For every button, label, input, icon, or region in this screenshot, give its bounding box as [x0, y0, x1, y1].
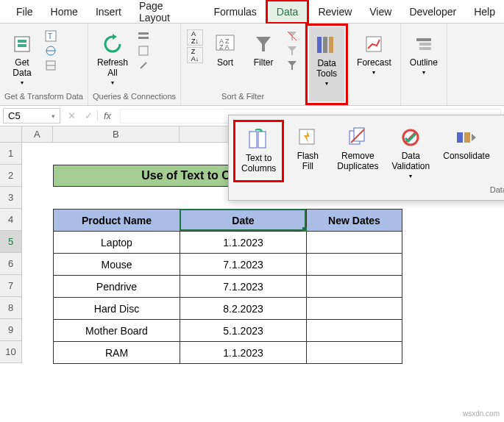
- cell[interactable]: [307, 276, 402, 298]
- edit-links-icon[interactable]: [137, 59, 150, 72]
- group-data-tools: Data Tools ▾: [305, 24, 348, 105]
- remove-duplicates-button[interactable]: Remove Duplicates: [331, 120, 384, 182]
- select-all-corner[interactable]: [0, 126, 22, 142]
- cell[interactable]: [307, 232, 402, 254]
- svg-rect-12: [139, 46, 148, 55]
- menu-home[interactable]: Home: [42, 1, 87, 22]
- group-outline: Outline ▾: [401, 24, 447, 105]
- consolidate-label: Consolidate: [443, 151, 489, 161]
- cell[interactable]: Mouse: [54, 254, 180, 276]
- cell[interactable]: Hard Disc: [54, 298, 180, 320]
- svg-rect-10: [138, 32, 149, 35]
- menu-data[interactable]: Data: [266, 0, 310, 24]
- row-header[interactable]: 10: [0, 341, 22, 363]
- forecast-button[interactable]: Forecast ▾: [352, 26, 396, 79]
- outline-button[interactable]: Outline ▾: [405, 26, 442, 79]
- watermark: wsxdn.com: [463, 410, 500, 418]
- svg-rect-39: [464, 132, 470, 143]
- queries-icon[interactable]: [137, 29, 150, 43]
- group-queries: Refresh All ▾ Queries & Connections: [88, 24, 181, 105]
- menu-view[interactable]: View: [361, 1, 400, 22]
- cell[interactable]: [307, 320, 402, 342]
- cell[interactable]: 7.1.2023: [180, 276, 307, 298]
- enter-icon[interactable]: ✓: [80, 110, 97, 121]
- cell[interactable]: 1.1.2023: [180, 342, 307, 364]
- row-header[interactable]: 3: [0, 187, 22, 209]
- sort-desc-icon[interactable]: ZA↓: [187, 47, 203, 63]
- col-header-b[interactable]: B: [53, 126, 180, 142]
- menu-formulas[interactable]: Formulas: [205, 1, 265, 22]
- menu-review[interactable]: Review: [309, 1, 361, 22]
- cell[interactable]: Mother Board: [54, 320, 180, 342]
- col-header-a[interactable]: A: [22, 126, 53, 142]
- svg-marker-19: [288, 46, 297, 55]
- table-row[interactable]: RAM1.1.2023: [54, 342, 402, 364]
- get-data-button[interactable]: Get Data ▾: [4, 26, 40, 92]
- svg-rect-1: [18, 40, 26, 43]
- clear-filter-icon[interactable]: [285, 29, 299, 43]
- table-row[interactable]: Mother Board5.1.2023: [54, 320, 402, 342]
- consolidate-button[interactable]: Consolidate: [437, 120, 495, 182]
- row-header[interactable]: 9: [0, 319, 22, 341]
- row-header[interactable]: 6: [0, 253, 22, 275]
- cell[interactable]: Pendrive: [54, 276, 180, 298]
- cancel-icon[interactable]: ✕: [63, 110, 80, 121]
- group-get-transform: Get Data ▾ T Get & Transform Data: [0, 24, 88, 105]
- text-to-columns-label: Text to Columns: [241, 153, 276, 174]
- row-header[interactable]: 7: [0, 275, 22, 297]
- get-transform-stack: T: [43, 26, 59, 92]
- row-header[interactable]: 5: [0, 231, 22, 253]
- data-validation-button[interactable]: Data Validation ▾: [386, 120, 436, 182]
- sort-button[interactable]: A ZZ A Sort: [207, 26, 243, 92]
- cell[interactable]: [307, 298, 402, 320]
- cell[interactable]: RAM: [54, 342, 180, 364]
- table-row[interactable]: Laptop1.1.2023: [54, 232, 402, 254]
- chevron-down-icon: ▾: [21, 79, 24, 86]
- chevron-down-icon: ▾: [422, 69, 425, 76]
- menu-developer[interactable]: Developer: [400, 1, 465, 22]
- filter-button[interactable]: Filter: [246, 26, 281, 92]
- table-row[interactable]: Mouse7.1.2023: [54, 254, 402, 276]
- flash-fill-button[interactable]: Flash Fill: [285, 120, 330, 182]
- cell[interactable]: [307, 254, 402, 276]
- data-table: Product Name Date New Dates Laptop1.1.20…: [53, 209, 402, 364]
- header-date: Date: [180, 210, 307, 232]
- reapply-icon[interactable]: [285, 44, 299, 57]
- sort-asc-icon[interactable]: AZ↓: [187, 29, 203, 46]
- cell[interactable]: 7.1.2023: [180, 254, 307, 276]
- cell[interactable]: [307, 342, 402, 364]
- from-web-icon[interactable]: [44, 44, 57, 57]
- text-to-columns-button[interactable]: Text to Columns: [233, 120, 284, 182]
- chevron-down-icon: ▾: [372, 69, 375, 76]
- properties-icon[interactable]: [137, 44, 150, 57]
- cell[interactable]: 8.2.2023: [180, 298, 307, 320]
- group-sort-filter-title: Sort & Filter: [185, 92, 300, 102]
- refresh-all-button[interactable]: Refresh All ▾: [93, 26, 132, 92]
- name-box[interactable]: C5 ▾: [3, 108, 60, 124]
- fx-button[interactable]: fx: [97, 110, 117, 121]
- relationships-button[interactable]: [497, 120, 504, 182]
- cell[interactable]: Laptop: [54, 232, 180, 254]
- cell[interactable]: 5.1.2023: [180, 320, 307, 342]
- table-row[interactable]: Pendrive7.1.2023: [54, 276, 402, 298]
- from-text-icon[interactable]: T: [44, 29, 57, 43]
- flash-fill-label: Flash Fill: [297, 151, 319, 171]
- data-tools-button[interactable]: Data Tools ▾: [309, 27, 344, 101]
- svg-rect-28: [249, 132, 257, 148]
- svg-marker-16: [256, 37, 271, 51]
- from-table-icon[interactable]: [44, 59, 57, 72]
- row-header[interactable]: 1: [0, 143, 22, 165]
- menu-insert[interactable]: Insert: [87, 1, 130, 22]
- menu-file[interactable]: File: [7, 1, 42, 22]
- row-header[interactable]: 4: [0, 209, 22, 231]
- svg-rect-23: [329, 37, 333, 53]
- table-row[interactable]: Hard Disc8.2.2023: [54, 298, 402, 320]
- row-header[interactable]: 8: [0, 297, 22, 319]
- cell[interactable]: 1.1.2023: [180, 232, 307, 254]
- menu-help[interactable]: Help: [465, 1, 504, 22]
- sort-label: Sort: [217, 57, 233, 68]
- row-header[interactable]: 2: [0, 165, 22, 187]
- data-tools-dropdown: Text to Columns Flash Fill Remove Duplic…: [228, 115, 504, 201]
- advanced-icon[interactable]: [285, 59, 299, 72]
- sort-az-stack: AZ↓ ZA↓: [185, 26, 205, 92]
